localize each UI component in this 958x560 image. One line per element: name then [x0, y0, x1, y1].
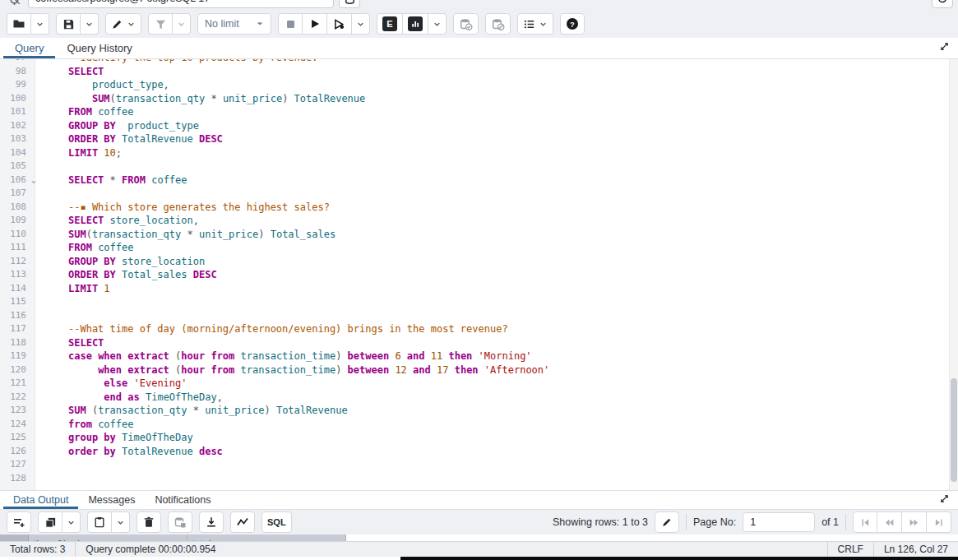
chevron-down-icon — [67, 518, 76, 527]
stop-icon — [285, 19, 296, 30]
expand-output-panel-icon[interactable] — [939, 493, 950, 504]
explain-menu-button[interactable] — [428, 13, 447, 35]
paste-menu-button[interactable] — [112, 511, 130, 533]
filter-button[interactable] — [148, 13, 173, 35]
open-file-button[interactable] — [7, 13, 31, 35]
token-id: unit_price — [223, 93, 282, 104]
add-row-button[interactable] — [7, 511, 31, 533]
execute-button[interactable] — [303, 13, 327, 35]
graph-visualiser-button[interactable] — [230, 511, 255, 533]
scrollbar-thumb[interactable] — [951, 378, 957, 482]
code-lines: 97--identify the top 10 products by reve… — [0, 59, 948, 485]
new-connection-button[interactable] — [339, 0, 360, 8]
token-kw: from — [205, 364, 234, 376]
status-bar: Total rows: 3 Query complete 00:00:00.95… — [0, 541, 958, 557]
commit-button[interactable] — [453, 13, 479, 35]
save-data-changes-button[interactable] — [168, 511, 192, 533]
code-line: 100 SUM(transaction_qty * unit_price) To… — [0, 92, 948, 106]
show-sql-button[interactable]: SQL — [261, 511, 292, 533]
total-rows-status: Total rows: 3 — [0, 542, 75, 557]
connection-row: coffeesales/postgres@PostgreSQL 17 — [0, 0, 958, 10]
database-icon — [344, 0, 356, 5]
copy-icon — [44, 516, 57, 529]
filter-menu-button[interactable] — [173, 13, 191, 35]
macros-button[interactable] — [517, 13, 553, 35]
help-button[interactable]: ? — [560, 13, 585, 35]
code-text: product_type, — [28, 78, 948, 92]
explain-analyze-button[interactable] — [403, 13, 428, 35]
code-text: ORDER BY TotalRevenue DESC — [28, 132, 948, 146]
grid-column-header[interactable]: totalrevenue — [187, 535, 346, 541]
paste-button[interactable] — [87, 511, 112, 533]
grid-column-header[interactable]: timeoftheday — [29, 535, 187, 541]
first-page-button[interactable] — [853, 511, 877, 533]
row-limit-select[interactable]: No limit — [197, 13, 271, 35]
line-number: 106 — [0, 174, 28, 187]
last-page-button[interactable] — [927, 511, 951, 533]
line-number: 120 — [0, 363, 28, 377]
tab-query[interactable]: Query — [3, 39, 55, 58]
save-results-to-file-button[interactable] — [199, 511, 224, 533]
line-number: 109 — [0, 214, 28, 228]
showing-rows-label: Showing rows: 1 to 3 — [553, 516, 648, 528]
database-cancel-icon — [491, 17, 505, 31]
line-number: 119 — [0, 349, 28, 363]
line-number: 123 — [0, 404, 28, 418]
save-file-menu-button[interactable] — [81, 13, 99, 35]
editor-scrollbar[interactable] — [949, 59, 958, 490]
chevron-down-icon — [433, 20, 442, 29]
edit-button[interactable] — [105, 13, 141, 35]
paste-icon — [94, 516, 105, 528]
line-number: 127 — [0, 458, 28, 472]
token-str: 'Evening' — [127, 377, 187, 389]
eol-indicator[interactable]: CRLF — [827, 542, 873, 557]
token-kw: DESC — [193, 133, 223, 145]
line-number: 110 — [0, 228, 28, 242]
page-number-input[interactable] — [743, 512, 815, 532]
code-line: 125group by TimeOfTheDay — [0, 431, 948, 445]
chevron-down-icon — [35, 20, 44, 29]
connection-select[interactable]: coffeesales/postgres@PostgreSQL 17 — [28, 0, 334, 8]
open-file-menu-button[interactable] — [31, 13, 49, 35]
expand-panel-icon[interactable] — [939, 41, 950, 52]
code-text: ORDER BY Total_sales DESC — [28, 268, 948, 282]
copy-button[interactable] — [38, 511, 62, 533]
token-id: transaction_qty — [92, 229, 181, 240]
tab-query-history[interactable]: Query History — [55, 39, 143, 58]
previous-page-button[interactable] — [877, 511, 902, 533]
trash-icon — [143, 516, 155, 528]
token-kw: when — [98, 364, 122, 376]
results-grid[interactable]: timeofthedaytotalrevenue — [0, 535, 958, 541]
tab-messages[interactable]: Messages — [78, 492, 145, 509]
code-line: 104LIMIT 10; — [0, 146, 948, 160]
token-kw: case — [68, 350, 92, 362]
delete-row-button[interactable] — [137, 511, 161, 533]
code-text: else 'Evening' — [28, 377, 948, 391]
token-id: Total_sales — [116, 269, 187, 280]
edit-range-button[interactable] — [655, 511, 679, 533]
token-num: 6 — [389, 350, 400, 362]
rollback-button[interactable] — [485, 13, 511, 35]
next-page-button[interactable] — [902, 511, 927, 533]
token-kw: GROUP BY — [68, 120, 116, 132]
execute-menu-button[interactable] — [352, 13, 370, 35]
line-number: 112 — [0, 255, 28, 269]
explain-button[interactable]: E — [377, 13, 403, 35]
line-number: 101 — [0, 105, 28, 119]
copy-menu-button[interactable] — [62, 511, 81, 533]
save-file-button[interactable] — [56, 13, 81, 35]
token-num: 11 — [425, 350, 443, 362]
fold-chevron-icon[interactable]: ⌄ — [28, 174, 39, 187]
execute-options-button[interactable] — [327, 13, 352, 35]
code-line: 108--▪ Which store generates the highest… — [0, 201, 948, 215]
code-line: 124from coffee — [0, 418, 948, 432]
code-text: SUM(transaction_qty * unit_price) TotalR… — [28, 92, 948, 106]
previous-page-icon — [884, 517, 895, 528]
sql-editor[interactable]: 97--identify the top 10 products by reve… — [0, 59, 958, 490]
last-page-icon — [933, 517, 944, 528]
refresh-button[interactable] — [932, 0, 953, 8]
tab-data-output[interactable]: Data Output — [3, 492, 78, 509]
token-kw: and — [407, 364, 431, 376]
cancel-query-button[interactable] — [278, 13, 303, 35]
tab-notifications[interactable]: Notifications — [145, 492, 220, 509]
